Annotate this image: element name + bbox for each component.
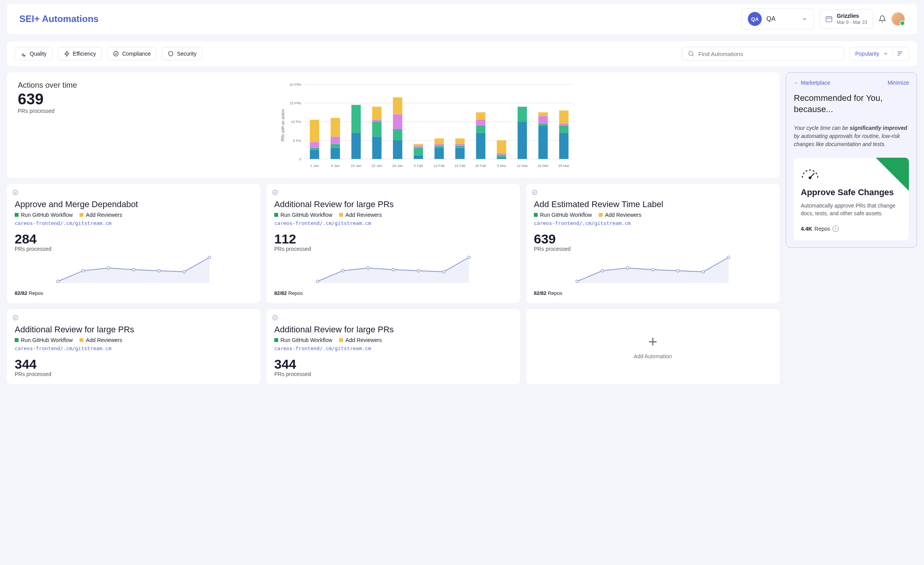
calendar-icon [825, 15, 833, 23]
svg-rect-31 [352, 133, 361, 159]
automation-card[interactable]: Approve and Merge Dependabot Run GitHub … [7, 184, 260, 303]
date-range-text: Mar 9 - Mar 23 [837, 20, 867, 25]
svg-point-91 [316, 280, 319, 283]
card-title: Additional Review for large PRs [274, 325, 512, 335]
sort-selector[interactable]: Popularity [849, 47, 909, 61]
card-path: careos-frontend/.cm/gitstream.cm [534, 220, 772, 226]
automation-card[interactable]: Add Estimated Review Time Label Run GitH… [526, 184, 780, 303]
quality-icon [20, 51, 27, 57]
card-sub: PRs processed [15, 371, 253, 377]
opportunity-ribbon: Improvement Opportunity [876, 158, 909, 191]
card-tag: Run GitHub Workflow [15, 337, 73, 343]
svg-rect-49 [435, 148, 444, 159]
svg-point-89 [208, 256, 211, 259]
search-field[interactable] [682, 47, 844, 61]
svg-rect-51 [435, 144, 444, 146]
svg-text:12 Fab: 12 Fab [434, 164, 445, 168]
card-sub: PRs processed [274, 371, 512, 377]
add-automation-card[interactable]: +Add Automation [526, 309, 780, 384]
svg-point-97 [468, 256, 470, 259]
svg-rect-22 [310, 148, 319, 150]
svg-point-99 [576, 280, 579, 283]
info-icon[interactable]: i [832, 226, 839, 232]
chart-title: Actions over time [18, 81, 77, 90]
svg-rect-41 [393, 114, 403, 129]
svg-rect-24 [310, 120, 319, 142]
svg-rect-29 [331, 118, 340, 136]
card-repos: 82/82 Repos [15, 290, 253, 296]
card-tag: Run GitHub Workflow [534, 212, 592, 218]
filter-compliance[interactable]: Compliance [107, 47, 156, 60]
chart-count: 639 [18, 90, 77, 108]
card-sub: PRs processed [274, 246, 512, 252]
sparkline [274, 256, 512, 283]
svg-point-101 [626, 267, 629, 269]
check-circle-icon [12, 315, 19, 321]
card-path: careos-frontend/.cm/gitstream.cm [15, 220, 253, 226]
reco-card[interactable]: Improvement Opportunity Approve Safe Cha… [794, 158, 909, 240]
date-title: Grizzlies [837, 13, 867, 19]
search-input[interactable] [698, 51, 838, 57]
svg-rect-46 [414, 146, 423, 148]
automation-card[interactable]: Additional Review for large PRs Run GitH… [267, 309, 520, 384]
svg-rect-55 [455, 146, 465, 148]
svg-text:22 Jan: 22 Jan [372, 164, 382, 168]
svg-point-98 [532, 190, 537, 195]
brand-title: SEI+ Automations [19, 14, 741, 24]
automation-grid: Approve and Merge Dependabot Run GitHub … [7, 184, 780, 384]
svg-point-90 [273, 190, 277, 195]
team-name: QA [766, 15, 797, 22]
svg-point-82 [13, 190, 18, 195]
card-title: Additional Review for large PRs [274, 199, 512, 209]
automation-card[interactable]: Additional Review for large PRs Run GitH… [267, 184, 520, 303]
check-circle-icon [12, 189, 19, 196]
filter-quality[interactable]: Quality [15, 47, 53, 60]
reco-card-stat: 4.4K Repos i [801, 226, 902, 232]
svg-rect-37 [372, 107, 382, 120]
filter-bar: Quality Efficiency Compliance Security P… [7, 41, 917, 66]
svg-point-95 [417, 269, 420, 272]
svg-point-94 [392, 268, 395, 271]
sparkline [534, 256, 772, 283]
svg-point-107 [273, 315, 277, 320]
svg-point-106 [13, 315, 18, 320]
team-selector[interactable]: QA QA [741, 9, 814, 29]
user-avatar[interactable] [892, 12, 905, 26]
svg-point-85 [107, 267, 110, 269]
notifications-icon[interactable] [878, 15, 886, 23]
svg-rect-70 [518, 107, 527, 122]
automation-card[interactable]: Additional Review for large PRs Run GitH… [7, 309, 260, 384]
svg-rect-54 [455, 148, 465, 159]
svg-text:5 Mar: 5 Mar [497, 164, 506, 168]
check-circle-icon [272, 315, 278, 321]
chevron-down-icon [802, 16, 807, 22]
card-count: 639 [534, 231, 772, 247]
card-tag: Run GitHub Workflow [274, 337, 332, 343]
filter-security[interactable]: Security [162, 47, 202, 60]
svg-rect-32 [352, 105, 361, 133]
card-title: Add Estimated Review Time Label [534, 199, 772, 209]
svg-text:20 PRs: 20 PRs [290, 83, 302, 87]
svg-point-92 [341, 269, 344, 272]
card-count: 344 [15, 357, 253, 372]
svg-rect-60 [476, 125, 486, 133]
svg-text:26 Fab: 26 Fab [476, 164, 487, 168]
svg-rect-27 [331, 144, 340, 148]
check-circle-icon [272, 189, 278, 196]
svg-text:19 Mar: 19 Mar [538, 164, 549, 168]
svg-rect-61 [476, 120, 486, 125]
svg-rect-45 [414, 148, 423, 155]
svg-point-102 [652, 268, 654, 271]
svg-line-6 [692, 55, 694, 56]
card-count: 284 [15, 231, 253, 247]
card-title: Approve and Merge Dependabot [15, 199, 253, 209]
date-range-picker[interactable]: Grizzlies Mar 9 - Mar 23 [819, 9, 873, 29]
minimize-link[interactable]: Minimize [888, 80, 909, 86]
svg-point-104 [702, 271, 705, 273]
svg-rect-72 [538, 125, 548, 159]
filter-efficiency[interactable]: Efficiency [58, 47, 102, 60]
svg-point-5 [689, 51, 693, 56]
svg-rect-69 [518, 122, 527, 159]
marketplace-link[interactable]: ← Marketplace [794, 80, 830, 86]
svg-text:15 Jan: 15 Jan [351, 164, 362, 168]
